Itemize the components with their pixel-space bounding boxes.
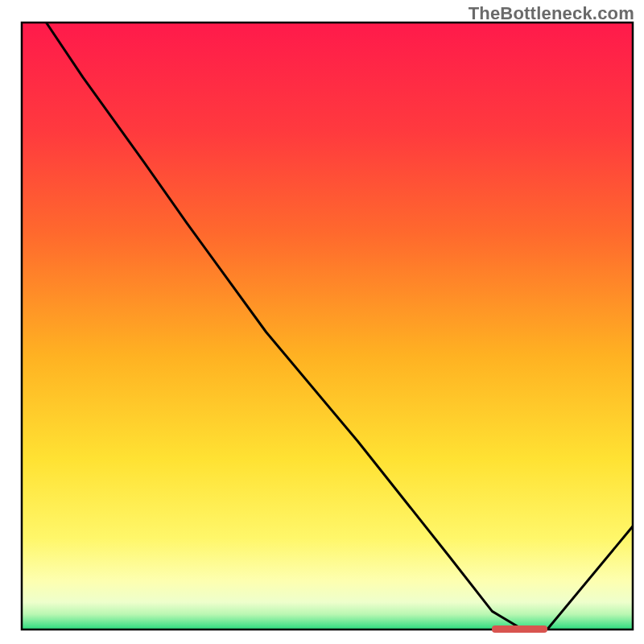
bottleneck-chart: TheBottleneck.com [0, 0, 644, 644]
gradient-background [22, 23, 633, 630]
chart-svg [0, 0, 644, 644]
